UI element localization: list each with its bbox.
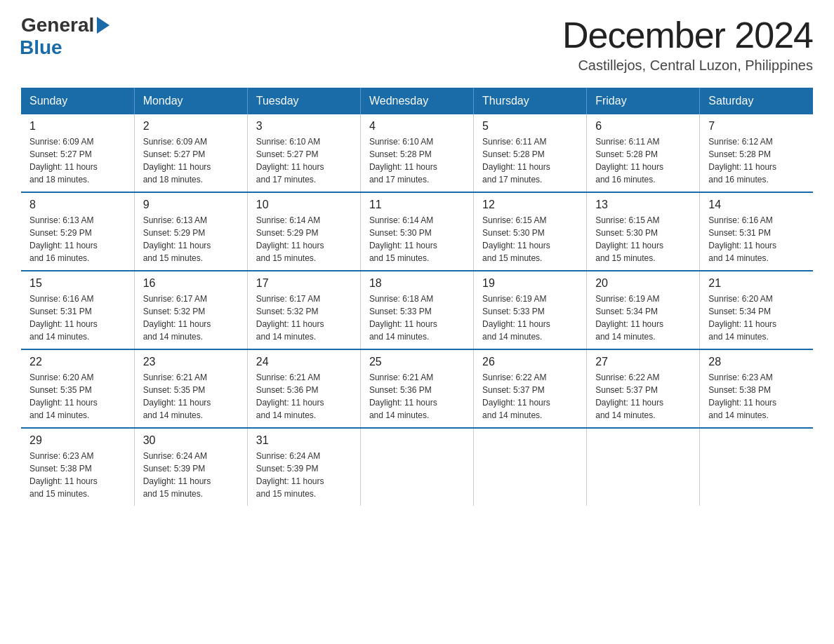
calendar-day-cell: 14Sunrise: 6:16 AMSunset: 5:31 PMDayligh… <box>700 192 813 271</box>
calendar-header-cell: Sunday <box>21 88 134 114</box>
calendar-table: SundayMondayTuesdayWednesdayThursdayFrid… <box>21 88 813 506</box>
calendar-day-cell: 30Sunrise: 6:24 AMSunset: 5:39 PMDayligh… <box>134 428 247 506</box>
calendar-day-cell: 3Sunrise: 6:10 AMSunset: 5:27 PMDaylight… <box>247 114 360 192</box>
day-info: Sunrise: 6:24 AMSunset: 5:39 PMDaylight:… <box>143 450 239 500</box>
day-info: Sunrise: 6:19 AMSunset: 5:34 PMDaylight:… <box>595 293 691 343</box>
day-number: 12 <box>482 199 578 211</box>
calendar-day-cell: 1Sunrise: 6:09 AMSunset: 5:27 PMDaylight… <box>21 114 134 192</box>
location-subtitle: Castillejos, Central Luzon, Philippines <box>562 58 813 74</box>
calendar-week-row: 29Sunrise: 6:23 AMSunset: 5:38 PMDayligh… <box>21 428 813 506</box>
calendar-day-cell: 17Sunrise: 6:17 AMSunset: 5:32 PMDayligh… <box>247 271 360 349</box>
calendar-day-cell: 2Sunrise: 6:09 AMSunset: 5:27 PMDaylight… <box>134 114 247 192</box>
calendar-day-cell: 10Sunrise: 6:14 AMSunset: 5:29 PMDayligh… <box>247 192 360 271</box>
day-info: Sunrise: 6:21 AMSunset: 5:35 PMDaylight:… <box>143 371 239 422</box>
day-number: 16 <box>143 277 239 290</box>
day-number: 7 <box>708 120 805 133</box>
day-number: 19 <box>482 277 578 290</box>
day-number: 21 <box>708 277 805 290</box>
calendar-day-cell: 12Sunrise: 6:15 AMSunset: 5:30 PMDayligh… <box>474 192 587 271</box>
calendar-day-cell: 23Sunrise: 6:21 AMSunset: 5:35 PMDayligh… <box>134 349 247 428</box>
calendar-header-cell: Tuesday <box>247 88 360 114</box>
calendar-day-cell: 11Sunrise: 6:14 AMSunset: 5:30 PMDayligh… <box>360 192 473 271</box>
calendar-header-cell: Thursday <box>474 88 587 114</box>
calendar-day-cell: 19Sunrise: 6:19 AMSunset: 5:33 PMDayligh… <box>474 271 587 349</box>
calendar-day-cell: 24Sunrise: 6:21 AMSunset: 5:36 PMDayligh… <box>247 349 360 428</box>
logo-general-text: General <box>21 14 94 36</box>
day-info: Sunrise: 6:10 AMSunset: 5:28 PMDaylight:… <box>369 135 465 186</box>
day-number: 29 <box>29 434 126 447</box>
day-info: Sunrise: 6:10 AMSunset: 5:27 PMDaylight:… <box>256 135 352 186</box>
day-info: Sunrise: 6:09 AMSunset: 5:27 PMDaylight:… <box>29 135 126 186</box>
calendar-day-cell: 4Sunrise: 6:10 AMSunset: 5:28 PMDaylight… <box>360 114 473 192</box>
logo-triangle-icon <box>97 17 110 34</box>
calendar-day-cell: 8Sunrise: 6:13 AMSunset: 5:29 PMDaylight… <box>21 192 134 271</box>
day-number: 5 <box>482 120 578 133</box>
day-info: Sunrise: 6:12 AMSunset: 5:28 PMDaylight:… <box>708 135 805 186</box>
day-info: Sunrise: 6:13 AMSunset: 5:29 PMDaylight:… <box>29 214 126 264</box>
day-number: 25 <box>369 356 465 368</box>
day-info: Sunrise: 6:20 AMSunset: 5:34 PMDaylight:… <box>708 293 805 343</box>
day-info: Sunrise: 6:17 AMSunset: 5:32 PMDaylight:… <box>143 293 239 343</box>
day-number: 15 <box>29 277 126 290</box>
day-number: 18 <box>369 277 465 290</box>
day-info: Sunrise: 6:23 AMSunset: 5:38 PMDaylight:… <box>708 371 805 422</box>
day-number: 2 <box>143 120 239 133</box>
calendar-header-cell: Friday <box>587 88 700 114</box>
day-info: Sunrise: 6:21 AMSunset: 5:36 PMDaylight:… <box>369 371 465 422</box>
day-info: Sunrise: 6:18 AMSunset: 5:33 PMDaylight:… <box>369 293 465 343</box>
day-info: Sunrise: 6:15 AMSunset: 5:30 PMDaylight:… <box>482 214 578 264</box>
calendar-header-cell: Wednesday <box>360 88 473 114</box>
calendar-body: 1Sunrise: 6:09 AMSunset: 5:27 PMDaylight… <box>21 114 813 506</box>
day-number: 11 <box>369 199 465 211</box>
calendar-day-cell: 28Sunrise: 6:23 AMSunset: 5:38 PMDayligh… <box>700 349 813 428</box>
day-number: 17 <box>256 277 352 290</box>
day-number: 4 <box>369 120 465 133</box>
day-number: 30 <box>143 434 239 447</box>
calendar-day-cell <box>360 428 473 506</box>
day-info: Sunrise: 6:17 AMSunset: 5:32 PMDaylight:… <box>256 293 352 343</box>
day-number: 9 <box>143 199 239 211</box>
day-number: 13 <box>595 199 691 211</box>
calendar-day-cell: 18Sunrise: 6:18 AMSunset: 5:33 PMDayligh… <box>360 271 473 349</box>
calendar-week-row: 22Sunrise: 6:20 AMSunset: 5:35 PMDayligh… <box>21 349 813 428</box>
calendar-day-cell: 5Sunrise: 6:11 AMSunset: 5:28 PMDaylight… <box>474 114 587 192</box>
day-number: 10 <box>256 199 352 211</box>
calendar-week-row: 15Sunrise: 6:16 AMSunset: 5:31 PMDayligh… <box>21 271 813 349</box>
calendar-header-cell: Saturday <box>700 88 813 114</box>
logo-blue-text: Blue <box>20 36 62 59</box>
calendar-day-cell: 21Sunrise: 6:20 AMSunset: 5:34 PMDayligh… <box>700 271 813 349</box>
day-info: Sunrise: 6:22 AMSunset: 5:37 PMDaylight:… <box>482 371 578 422</box>
day-number: 8 <box>29 199 126 211</box>
day-number: 14 <box>708 199 805 211</box>
day-info: Sunrise: 6:16 AMSunset: 5:31 PMDaylight:… <box>708 214 805 264</box>
calendar-day-cell: 25Sunrise: 6:21 AMSunset: 5:36 PMDayligh… <box>360 349 473 428</box>
day-number: 31 <box>256 434 352 447</box>
day-info: Sunrise: 6:14 AMSunset: 5:29 PMDaylight:… <box>256 214 352 264</box>
day-number: 3 <box>256 120 352 133</box>
calendar-day-cell: 22Sunrise: 6:20 AMSunset: 5:35 PMDayligh… <box>21 349 134 428</box>
day-number: 20 <box>595 277 691 290</box>
calendar-header-row: SundayMondayTuesdayWednesdayThursdayFrid… <box>21 88 813 114</box>
calendar-day-cell: 7Sunrise: 6:12 AMSunset: 5:28 PMDaylight… <box>700 114 813 192</box>
calendar-header-cell: Monday <box>134 88 247 114</box>
calendar-day-cell: 15Sunrise: 6:16 AMSunset: 5:31 PMDayligh… <box>21 271 134 349</box>
calendar-day-cell <box>587 428 700 506</box>
day-info: Sunrise: 6:11 AMSunset: 5:28 PMDaylight:… <box>595 135 691 186</box>
day-info: Sunrise: 6:11 AMSunset: 5:28 PMDaylight:… <box>482 135 578 186</box>
calendar-day-cell: 20Sunrise: 6:19 AMSunset: 5:34 PMDayligh… <box>587 271 700 349</box>
day-info: Sunrise: 6:15 AMSunset: 5:30 PMDaylight:… <box>595 214 691 264</box>
calendar-day-cell: 6Sunrise: 6:11 AMSunset: 5:28 PMDaylight… <box>587 114 700 192</box>
calendar-day-cell: 29Sunrise: 6:23 AMSunset: 5:38 PMDayligh… <box>21 428 134 506</box>
day-info: Sunrise: 6:21 AMSunset: 5:36 PMDaylight:… <box>256 371 352 422</box>
day-info: Sunrise: 6:22 AMSunset: 5:37 PMDaylight:… <box>595 371 691 422</box>
day-number: 27 <box>595 356 691 368</box>
calendar-day-cell: 27Sunrise: 6:22 AMSunset: 5:37 PMDayligh… <box>587 349 700 428</box>
day-info: Sunrise: 6:14 AMSunset: 5:30 PMDaylight:… <box>369 214 465 264</box>
day-info: Sunrise: 6:16 AMSunset: 5:31 PMDaylight:… <box>29 293 126 343</box>
calendar-day-cell <box>700 428 813 506</box>
day-info: Sunrise: 6:20 AMSunset: 5:35 PMDaylight:… <box>29 371 126 422</box>
day-number: 24 <box>256 356 352 368</box>
day-number: 1 <box>29 120 126 133</box>
calendar-week-row: 1Sunrise: 6:09 AMSunset: 5:27 PMDaylight… <box>21 114 813 192</box>
calendar-day-cell: 31Sunrise: 6:24 AMSunset: 5:39 PMDayligh… <box>247 428 360 506</box>
